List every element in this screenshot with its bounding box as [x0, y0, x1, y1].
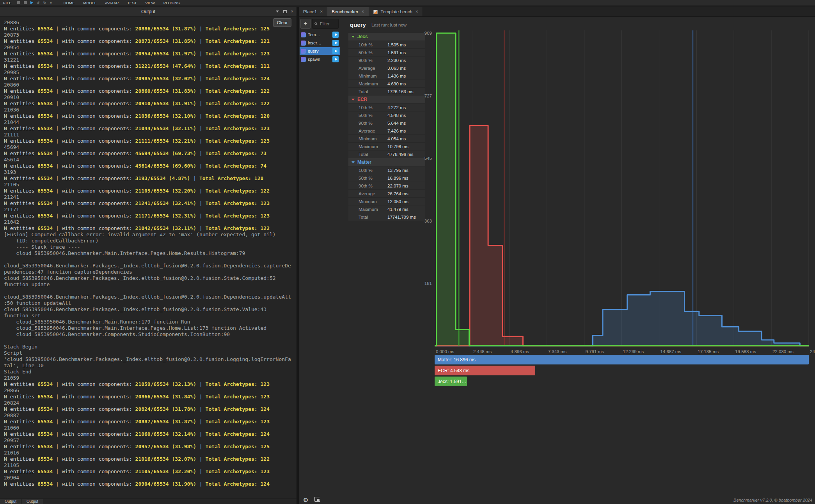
stat-row: 90th %22.070 ms	[348, 182, 425, 190]
stat-value: 4.054 ms	[387, 136, 406, 141]
close-icon[interactable]: ×	[362, 9, 364, 14]
tab-bar: Place1×Benchmarker×Template.bench×	[299, 7, 815, 17]
pin-icon[interactable]	[283, 10, 287, 13]
console-line: N entities 65534 | with common component…	[4, 163, 297, 169]
bench-file-icon	[301, 49, 306, 54]
close-icon[interactable]: ×	[291, 9, 293, 14]
plugin-icon[interactable]	[314, 497, 320, 502]
chevron-down-icon[interactable]: ∨	[50, 1, 52, 5]
svg-text:909: 909	[424, 31, 432, 35]
ribbon-tab-model[interactable]: MODEL	[79, 1, 101, 5]
benchmark-item-spawn[interactable]: spawn	[300, 55, 340, 63]
console[interactable]: 20886N entities 65534 | with common comp…	[0, 17, 297, 499]
chevron-down-icon	[352, 36, 355, 38]
svg-text:4.896 ms: 4.896 ms	[511, 349, 529, 354]
stat-label: Total	[359, 89, 368, 94]
dock-tab-output-1[interactable]: Output	[22, 499, 43, 504]
benchmark-list: Tem…inser…queryspawn	[300, 31, 340, 64]
console-line: 'cloud_5853950046.Benchmarker.Packages._…	[4, 356, 297, 363]
dock-tab-output-0[interactable]: Output	[0, 499, 21, 504]
ribbon-tab-test[interactable]: TEST	[123, 1, 141, 5]
doc-tab-benchmarker[interactable]: Benchmarker×	[327, 7, 369, 16]
redo-icon[interactable]: ↻	[43, 1, 46, 5]
stat-value: 22.070 ms	[387, 184, 408, 188]
output-bottom-tabs: OutputOutput	[0, 499, 297, 504]
stat-value: 5.644 ms	[387, 121, 406, 126]
console-line: cloud_5853950046.Benchmarker.Packages._I…	[4, 263, 297, 269]
menu-bar: FILE ↺ ↻ ∨ HOMEMODELAVATARTESTVIEWPLUGIN…	[0, 0, 815, 5]
stat-value: 4.690 ms	[387, 81, 406, 86]
console-line: 20873	[4, 32, 297, 38]
doc-tab-place1[interactable]: Place1×	[299, 7, 327, 16]
console-line: tal', Line 30	[4, 363, 297, 369]
ribbon-tab-avatar[interactable]: AVATAR	[101, 1, 123, 5]
console-line	[4, 338, 297, 344]
stat-section-name: Matter	[357, 159, 371, 165]
ribbon-tab-plugins[interactable]: PLUGINS	[159, 1, 184, 5]
legend-label: Matter: 16.896 ms	[438, 357, 476, 363]
play-icon[interactable]	[30, 1, 33, 4]
stat-section-name: Jecs	[357, 34, 368, 39]
ribbon-tab-view[interactable]: VIEW	[141, 1, 159, 5]
console-line: N entities 65534 | with common component…	[4, 394, 297, 400]
stat-value: 17741.709 ms	[387, 215, 416, 219]
stat-row: Maximum10.798 ms	[348, 143, 425, 150]
console-line: 20954	[4, 44, 297, 51]
console-line: ---- Stack trace ----	[4, 244, 297, 250]
console-line: N entities 65534 | with common component…	[4, 469, 297, 475]
settings-gear-icon[interactable]: ⚙	[303, 497, 308, 503]
benchmark-item-insert[interactable]: inser…	[300, 39, 340, 47]
close-icon[interactable]: ×	[320, 9, 323, 14]
publish-icon[interactable]	[24, 1, 27, 4]
run-benchmark-button[interactable]	[332, 40, 339, 46]
stat-label: Average	[359, 66, 375, 71]
benchmark-item-query[interactable]: query	[300, 47, 340, 55]
benchmark-item-label: spawn	[308, 57, 330, 62]
run-benchmark-button[interactable]	[332, 48, 339, 54]
console-line: 20824	[4, 400, 297, 406]
stat-value: 4.548 ms	[387, 113, 406, 118]
stat-label: Minimum	[359, 199, 377, 204]
console-line: 45694	[4, 144, 297, 150]
legend-bar-ecr: ECR: 4.548 ms	[435, 366, 535, 375]
studio-window: FILE ↺ ↻ ∨ HOMEMODELAVATARTESTVIEWPLUGIN…	[0, 0, 815, 504]
stat-label: Average	[359, 129, 375, 133]
console-line: 21042	[4, 219, 297, 225]
save-icon[interactable]	[17, 1, 20, 4]
benchmark-item-template[interactable]: Tem…	[300, 31, 340, 39]
clear-output-button[interactable]: Clear	[273, 18, 291, 27]
console-line: N entities 65534 | with common component…	[4, 444, 297, 450]
quick-access-toolbar: ↺ ↻ ∨	[17, 1, 52, 5]
stat-section-name: ECR	[357, 97, 367, 102]
add-benchmark-button[interactable]: +	[300, 19, 311, 29]
chevron-down-icon[interactable]	[276, 11, 279, 12]
stat-label: 90th %	[359, 58, 373, 63]
stat-header-matter[interactable]: Matter	[348, 158, 425, 166]
stat-label: 50th %	[359, 176, 373, 180]
stat-label: Maximum	[359, 81, 378, 86]
ribbon-tab-home[interactable]: HOME	[59, 1, 79, 5]
run-benchmark-button[interactable]	[332, 56, 339, 62]
menu-file[interactable]: FILE	[3, 1, 12, 5]
svg-text:9.791 ms: 9.791 ms	[586, 349, 604, 354]
stat-header-jecs[interactable]: Jecs	[348, 33, 425, 41]
filter-box[interactable]	[312, 19, 339, 29]
run-benchmark-button[interactable]	[332, 32, 339, 38]
doc-tab-template-bench[interactable]: Template.bench×	[369, 7, 423, 16]
console-line: cloud_5853950046.Benchmarker.Main.Interf…	[4, 250, 297, 256]
console-line	[4, 256, 297, 263]
stat-row: Maximum41.479 ms	[348, 205, 425, 213]
console-line: 3193	[4, 169, 297, 175]
console-line: N entities 65534 | with common component…	[4, 101, 297, 107]
console-line: N entities 65534 | with common component…	[4, 63, 297, 69]
console-line: function update	[4, 281, 297, 288]
stat-header-ecr[interactable]: ECR	[348, 95, 425, 104]
console-line: 31221	[4, 57, 297, 63]
console-line: N entities 65534 | with common component…	[4, 126, 297, 132]
stat-label: 10th %	[359, 168, 373, 173]
undo-icon[interactable]: ↺	[37, 1, 40, 5]
console-line: Stack Begin	[4, 344, 297, 350]
play-icon	[335, 58, 337, 61]
filter-input[interactable]	[319, 21, 336, 27]
close-icon[interactable]: ×	[415, 9, 418, 14]
